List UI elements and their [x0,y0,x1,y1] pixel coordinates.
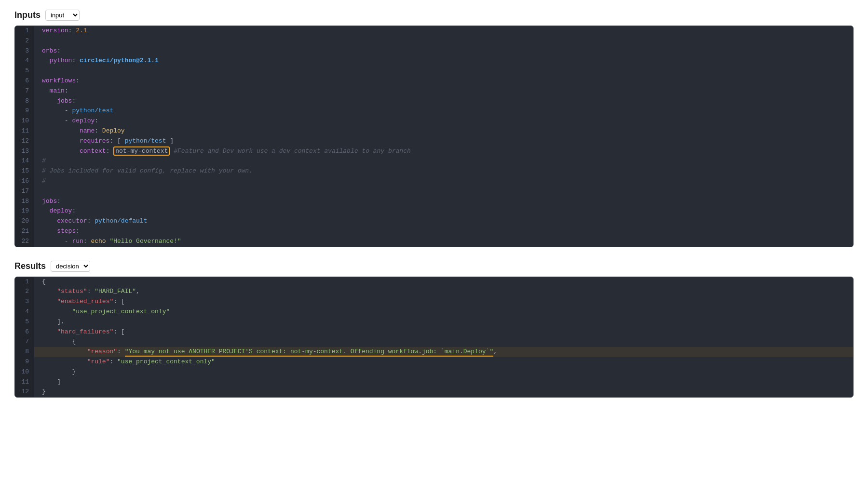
inputs-title: Inputs [14,10,41,20]
code-line-13: 13 context: not-my-context #Feature and … [15,146,853,157]
result-line-5: 5 ], [15,317,853,327]
code-line-16: 16 # [15,176,853,186]
code-line-6: 6 workflows: [15,76,853,86]
result-line-7: 7 { [15,337,853,347]
code-line-4: 4 python: circleci/python@2.1.1 [15,56,853,66]
results-title: Results [14,261,46,271]
result-line-10: 10 } [15,367,853,377]
code-line-18: 18 jobs: [15,197,853,207]
result-line-12: 12 } [15,387,853,397]
result-line-2: 2 "status": "HARD_FAIL", [15,287,853,297]
code-line-12: 12 requires: [ python/test ] [15,136,853,146]
result-line-9: 9 "rule": "use_project_context_only" [15,357,853,367]
inputs-header: Inputs input output [14,10,854,21]
code-line-17: 17 [15,186,853,197]
results-dropdown[interactable]: decision output [51,261,90,272]
results-code-table: 1 { 2 "status": "HARD_FAIL", 3 "enabled_… [15,277,853,398]
code-line-22: 22 - run: echo "Hello Governance!" [15,237,853,247]
code-line-8: 8 jobs: [15,96,853,106]
code-line-21: 21 steps: [15,226,853,237]
results-section: Results decision output 1 { 2 "status": … [14,261,854,398]
result-line-11: 11 ] [15,377,853,387]
code-line-7: 7 main: [15,86,853,96]
code-line-5: 5 [15,66,853,76]
result-line-3: 3 "enabled_rules": [ [15,297,853,307]
code-line-3: 3 orbs: [15,46,853,56]
result-line-4: 4 "use_project_context_only" [15,307,853,317]
inputs-section: Inputs input output 1 version: 2.1 2 3 o… [14,10,854,247]
result-line-1: 1 { [15,277,853,287]
result-line-6: 6 "hard_failures": [ [15,327,853,337]
inputs-code-table: 1 version: 2.1 2 3 orbs: 4 python: circl… [15,26,853,247]
code-line-1: 1 version: 2.1 [15,26,853,36]
code-line-14: 14 # [15,156,853,166]
inputs-code-block: 1 version: 2.1 2 3 orbs: 4 python: circl… [14,26,854,247]
code-line-20: 20 executor: python/default [15,216,853,226]
code-line-10: 10 - deploy: [15,116,853,126]
results-code-block: 1 { 2 "status": "HARD_FAIL", 3 "enabled_… [14,277,854,398]
code-line-11: 11 name: Deploy [15,126,853,136]
code-line-2: 2 [15,36,853,46]
code-line-9: 9 - python/test [15,106,853,116]
result-line-8: 8 "reason": "You may not use ANOTHER PRO… [15,347,853,357]
code-line-15: 15 # Jobs included for valid config, rep… [15,166,853,176]
inputs-dropdown[interactable]: input output [45,10,80,21]
code-line-19: 19 deploy: [15,206,853,216]
results-header: Results decision output [14,261,854,272]
